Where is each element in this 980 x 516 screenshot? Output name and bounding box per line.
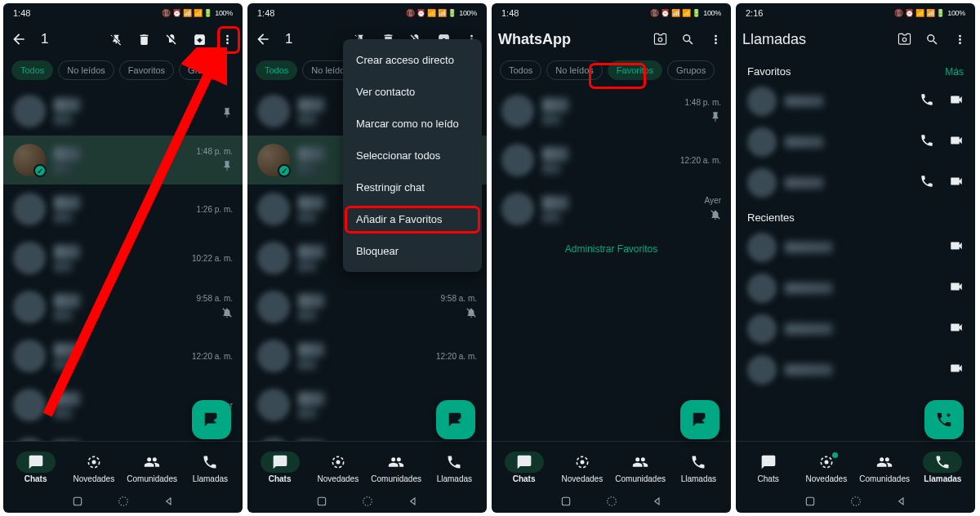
back-icon[interactable] (10, 30, 28, 48)
chat-row[interactable]: 10:22 a. m. (3, 234, 243, 282)
mute-icon[interactable] (163, 30, 180, 48)
chat-row[interactable]: 12:20 a. m. (247, 331, 487, 380)
nav-updates[interactable]: Novedades (797, 452, 855, 483)
voice-call-icon[interactable] (920, 174, 934, 192)
nav-chats[interactable]: Chats (251, 452, 309, 483)
video-call-icon[interactable] (949, 320, 964, 338)
chip-unread[interactable]: No leídos (546, 60, 602, 80)
nav-chats[interactable]: Chats (739, 452, 797, 483)
more-icon[interactable] (706, 30, 724, 48)
chip-groups[interactable]: Grupos (179, 60, 226, 80)
menu-restrict[interactable]: Restringir chat (343, 171, 482, 203)
new-chat-fab[interactable] (680, 400, 719, 439)
back-icon[interactable] (254, 30, 272, 48)
new-chat-fab[interactable] (192, 400, 231, 439)
manage-favorites-link[interactable]: Administrar Favoritos (492, 234, 731, 265)
camera-icon[interactable] (895, 30, 913, 48)
chip-all[interactable]: Todos (256, 60, 297, 80)
nav-calls[interactable]: Llamadas (914, 452, 972, 483)
sys-recents-icon[interactable] (71, 495, 84, 508)
delete-icon[interactable] (135, 30, 153, 48)
nav-chats[interactable]: Chats (495, 452, 553, 483)
sys-back-icon[interactable] (895, 495, 908, 508)
chat-row[interactable] (3, 87, 243, 136)
nav-communities[interactable]: Comunidades (368, 452, 425, 483)
search-icon[interactable] (923, 30, 941, 48)
sys-home-icon[interactable] (849, 495, 862, 508)
bottom-nav: Chats Novedades Comunidades Llamadas (492, 441, 731, 492)
system-nav (492, 492, 731, 513)
video-call-icon[interactable] (949, 92, 964, 110)
recent-call-row[interactable] (736, 268, 975, 309)
sys-recents-icon[interactable] (315, 495, 328, 508)
chat-row[interactable]: 12:20 a. m. (3, 331, 243, 380)
recent-call-row[interactable] (736, 227, 975, 268)
sys-recents-icon[interactable] (559, 495, 572, 508)
nav-updates[interactable]: Novedades (309, 452, 367, 483)
avatar (501, 144, 534, 176)
favorite-contact-row[interactable] (736, 162, 975, 203)
favorite-contact-row[interactable] (736, 122, 975, 162)
chat-row[interactable]: 9:58 a. m. (3, 282, 243, 331)
filter-chips: Todos No leídos Favoritos Grupos (3, 57, 243, 87)
video-call-icon[interactable] (949, 174, 964, 192)
menu-mark-unread[interactable]: Marcar como no leído (343, 108, 482, 140)
sys-back-icon[interactable] (407, 495, 420, 508)
nav-calls[interactable]: Llamadas (181, 452, 239, 483)
sys-back-icon[interactable] (651, 495, 664, 508)
chat-time: 1:48 p. m. (685, 98, 721, 107)
nav-communities[interactable]: Comunidades (612, 452, 670, 483)
chat-row[interactable]: 1:48 p. m. (492, 87, 731, 136)
avatar (13, 95, 46, 127)
recent-call-row[interactable] (736, 349, 975, 390)
menu-view-contact[interactable]: Ver contacto (343, 76, 482, 108)
chat-row[interactable]: 12:20 a. m. (492, 136, 731, 185)
video-call-icon[interactable] (949, 279, 964, 297)
chat-row[interactable]: 9:58 a. m. (247, 282, 487, 331)
camera-icon[interactable] (651, 30, 669, 48)
mute-badge-icon (466, 307, 477, 320)
menu-block[interactable]: Bloquear (343, 235, 482, 267)
chip-all[interactable]: Todos (500, 60, 541, 80)
voice-call-icon[interactable] (920, 92, 934, 110)
favorite-contact-row[interactable] (736, 81, 975, 122)
unpin-icon[interactable] (107, 30, 125, 48)
chat-row[interactable]: 1:26 p. m. (3, 185, 243, 234)
chat-content-blurred (54, 343, 184, 370)
search-icon[interactable] (679, 30, 697, 48)
nav-updates[interactable]: Novedades (65, 452, 122, 483)
menu-select-all[interactable]: Seleccionar todos (343, 140, 482, 171)
sys-recents-icon[interactable] (804, 495, 817, 508)
chip-favorites[interactable]: Favoritos (608, 60, 662, 80)
more-link[interactable]: Más (945, 66, 964, 78)
chat-row-selected[interactable]: 1:48 p. m. (3, 136, 243, 185)
new-chat-fab[interactable] (436, 400, 475, 439)
chip-favorites[interactable]: Favoritos (119, 60, 174, 80)
nav-updates[interactable]: Novedades (553, 452, 611, 483)
sys-home-icon[interactable] (605, 495, 618, 508)
recent-call-row[interactable] (736, 309, 975, 349)
nav-calls[interactable]: Llamadas (425, 452, 483, 483)
sys-home-icon[interactable] (361, 495, 374, 508)
video-call-icon[interactable] (949, 238, 964, 256)
more-icon[interactable] (951, 30, 969, 48)
sys-back-icon[interactable] (163, 495, 176, 508)
video-call-icon[interactable] (949, 361, 964, 379)
chat-content-blurred (542, 147, 672, 174)
new-call-fab[interactable] (924, 400, 964, 439)
menu-shortcut[interactable]: Crear acceso directo (343, 44, 482, 76)
menu-add-favorites[interactable]: Añadir a Favoritos (343, 203, 482, 235)
nav-chats[interactable]: Chats (7, 452, 65, 483)
chat-row[interactable]: Ayer (492, 185, 731, 234)
nav-communities[interactable]: Comunidades (123, 452, 181, 483)
chip-unread[interactable]: No leídos (58, 60, 114, 80)
nav-calls[interactable]: Llamadas (670, 452, 728, 483)
chip-groups[interactable]: Grupos (667, 60, 715, 80)
chip-all[interactable]: Todos (11, 60, 53, 80)
video-call-icon[interactable] (949, 133, 964, 151)
sys-home-icon[interactable] (117, 495, 130, 508)
archive-icon[interactable] (190, 30, 208, 48)
nav-communities[interactable]: Comunidades (856, 452, 914, 483)
voice-call-icon[interactable] (920, 133, 934, 151)
more-icon[interactable] (218, 30, 236, 48)
